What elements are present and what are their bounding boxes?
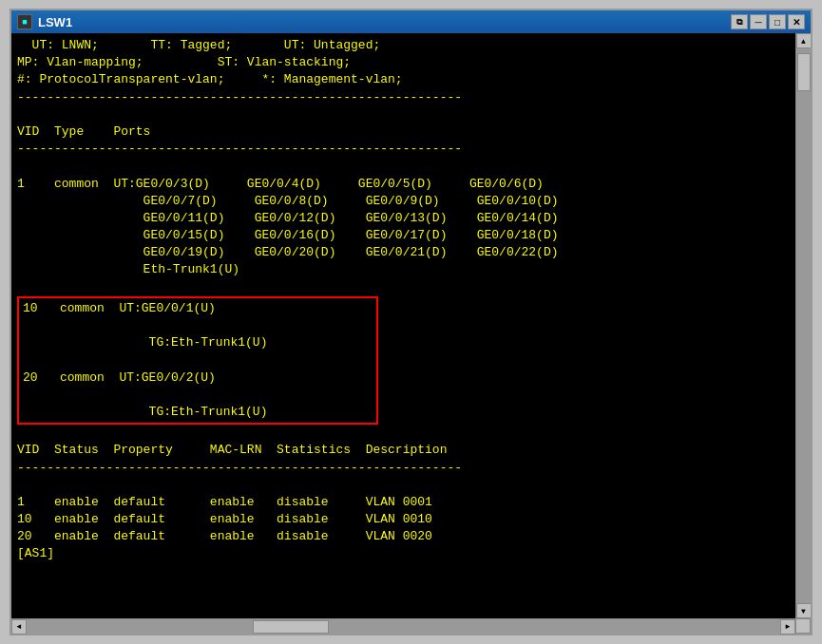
scroll-track[interactable]: [796, 48, 811, 603]
terminal-line-3: #: ProtocolTransparent-vlan; *: Manageme…: [17, 72, 403, 86]
terminal-line-22: 20 enable default enable disable VLAN 00…: [17, 529, 432, 543]
window-title: LSW1: [38, 15, 72, 29]
terminal-line-6: VID Type Ports: [17, 124, 150, 139]
terminal-line-7: ----------------------------------------…: [17, 142, 462, 156]
main-window: ■ LSW1 ⧉ ─ □ ✕ UT: LNWN; TT: Tagged; UT:…: [10, 9, 812, 635]
terminal-line-5: [17, 107, 25, 122]
vertical-scrollbar: ▲ ▼: [795, 33, 811, 618]
terminal-line-18: ----------------------------------------…: [17, 461, 462, 475]
terminal-line-14: Eth-Trunk1(U): [17, 262, 239, 276]
terminal-line-15: [17, 280, 25, 294]
terminal-line-13: GE0/0/19(D) GE0/0/20(D) GE0/0/21(D) GE0/…: [17, 245, 559, 259]
terminal-line-8: [17, 159, 25, 173]
terminal-line-1: UT: LNWN; TT: Tagged; UT: Untagged;: [17, 38, 380, 52]
maximize-button[interactable]: □: [769, 14, 786, 29]
scroll-left-button[interactable]: ◄: [11, 619, 27, 635]
terminal-line-21: 10 enable default enable disable VLAN 00…: [17, 512, 432, 526]
terminal-line-2: MP: Vlan-mapping; ST: Vlan-stacking;: [17, 55, 351, 69]
title-bar: ■ LSW1 ⧉ ─ □ ✕: [11, 10, 811, 33]
terminal-line-16: [17, 426, 25, 440]
title-bar-left: ■ LSW1: [17, 14, 72, 29]
scrollbar-corner: [795, 618, 811, 634]
scroll-up-button[interactable]: ▲: [796, 33, 812, 48]
close-button[interactable]: ✕: [788, 14, 805, 29]
terminal-line-17: VID Status Property MAC-LRN Statistics D…: [17, 443, 447, 457]
terminal-prompt: [AS1]: [17, 546, 54, 560]
terminal-line-12: GE0/0/15(D) GE0/0/16(D) GE0/0/17(D) GE0/…: [17, 228, 559, 242]
terminal-line-10: GE0/0/7(D) GE0/0/8(D) GE0/0/9(D) GE0/0/1…: [17, 194, 559, 208]
horizontal-scrollbar: ◄ ►: [11, 618, 795, 634]
terminal-line-20: 1 enable default enable disable VLAN 000…: [17, 495, 432, 509]
terminal-content[interactable]: UT: LNWN; TT: Tagged; UT: Untagged; MP: …: [11, 33, 795, 618]
minimize-button[interactable]: ─: [750, 14, 767, 29]
terminal-line-11: GE0/0/11(D) GE0/0/12(D) GE0/0/13(D) GE0/…: [17, 211, 559, 225]
scroll-down-button[interactable]: ▼: [796, 603, 812, 618]
terminal-line-9: 1 common UT:GE0/0/3(D) GE0/0/4(D) GE0/0/…: [17, 177, 544, 191]
window-icon: ■: [17, 14, 32, 29]
bottom-bar: ◄ ►: [11, 618, 811, 634]
terminal-area: UT: LNWN; TT: Tagged; UT: Untagged; MP: …: [11, 33, 811, 618]
title-controls: ⧉ ─ □ ✕: [731, 14, 805, 29]
scroll-right-button[interactable]: ►: [780, 619, 795, 635]
terminal-line-4: ----------------------------------------…: [17, 90, 462, 104]
restore-button[interactable]: ⧉: [731, 14, 748, 29]
highlighted-section: 10 common UT:GE0/0/1(U) TG:Eth-Trunk1(U)…: [17, 296, 378, 425]
terminal-line-19: [17, 478, 25, 492]
scroll-thumb[interactable]: [797, 53, 811, 91]
scroll-h-thumb[interactable]: [253, 620, 329, 634]
scroll-h-track[interactable]: [27, 619, 780, 634]
